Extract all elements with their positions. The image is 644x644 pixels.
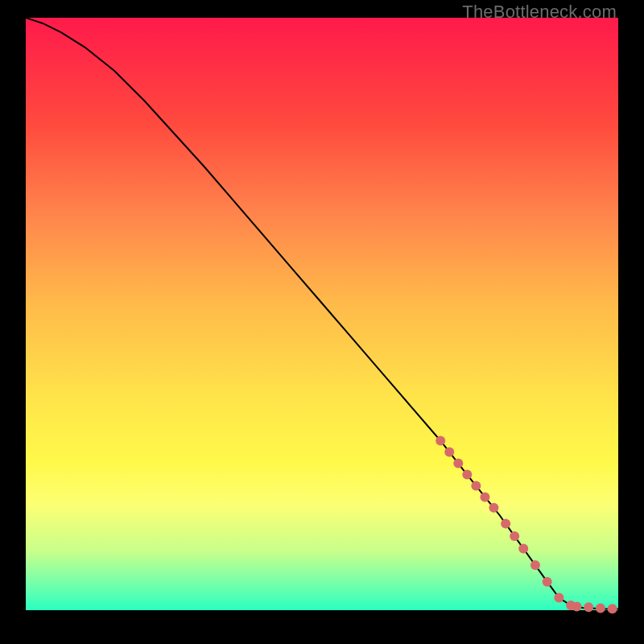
marker-point [510, 531, 519, 541]
marker-point [608, 604, 617, 613]
marker-point [436, 436, 445, 446]
marker-point [584, 602, 593, 612]
marker-point [501, 519, 510, 529]
marker-point [543, 577, 552, 587]
marker-point [572, 602, 581, 612]
marker-point [489, 503, 498, 513]
curve-line [26, 18, 618, 609]
chart-overlay [26, 18, 618, 610]
marker-point [471, 481, 481, 490]
marker-point [596, 603, 605, 613]
marker-group [436, 436, 617, 614]
marker-point [453, 458, 463, 468]
marker-point [462, 469, 472, 479]
marker-point [444, 447, 454, 456]
marker-point [554, 593, 564, 603]
marker-point [530, 560, 540, 570]
marker-point [480, 492, 489, 502]
marker-point [518, 543, 528, 553]
